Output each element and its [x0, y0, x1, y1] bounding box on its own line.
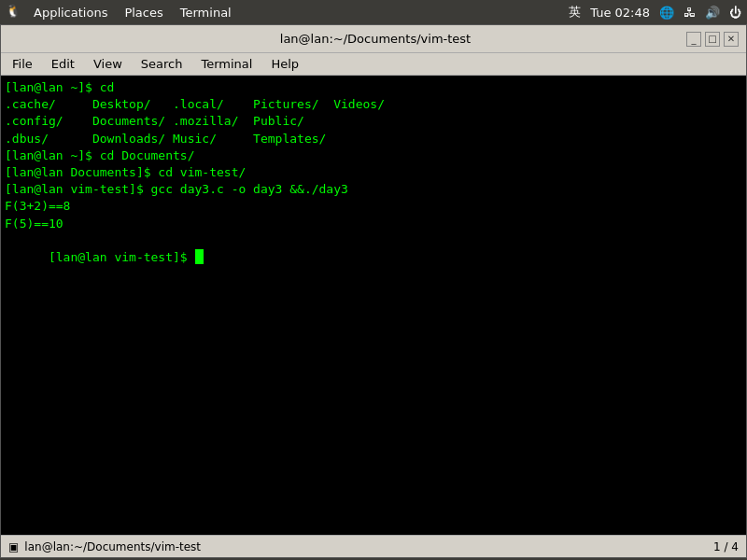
title-bar-buttons: _ □ ✕	[686, 32, 739, 47]
power-icon[interactable]: ⏻	[729, 6, 741, 20]
menu-view[interactable]: View	[86, 55, 130, 73]
clock: Tue 02:48	[590, 6, 650, 20]
status-bar-left: ▣ lan@lan:~/Documents/vim-test	[8, 540, 201, 553]
menu-terminal[interactable]: Terminal	[193, 55, 260, 73]
status-bar: ▣ lan@lan:~/Documents/vim-test 1 / 4	[1, 535, 746, 557]
term-line-9: [lan@lan vim-test]$	[5, 232, 742, 284]
close-button[interactable]: ✕	[724, 32, 739, 47]
menu-bar: File Edit View Search Terminal Help	[1, 53, 746, 76]
terminal-cursor	[195, 249, 204, 264]
volume-icon: 🔊	[705, 6, 720, 20]
menu-file[interactable]: File	[5, 55, 40, 73]
status-bar-pager: 1 / 4	[713, 540, 739, 553]
places-menu[interactable]: Places	[117, 4, 170, 21]
terminal-body[interactable]: [lan@lan ~]$ cd .cache/ Desktop/ .local/…	[1, 76, 746, 535]
system-bar-right: 英 Tue 02:48 🌐 🖧 🔊 ⏻	[569, 4, 741, 21]
system-bar-left: 🐧 Applications Places Terminal	[6, 4, 239, 21]
system-logo: 🐧	[6, 4, 22, 21]
term-line-2: .config/ Documents/ .mozilla/ Public/	[5, 113, 742, 130]
term-line-3: .dbus/ Downloads/ Music/ Templates/	[5, 131, 742, 147]
terminal-status-icon: ▣	[8, 540, 19, 553]
menu-edit[interactable]: Edit	[44, 55, 82, 73]
system-bar: 🐧 Applications Places Terminal 英 Tue 02:…	[0, 0, 747, 24]
term-line-8: F(5)==10	[5, 216, 742, 232]
term-line-5: [lan@lan Documents]$ cd vim-test/	[5, 164, 742, 181]
status-bar-label: lan@lan:~/Documents/vim-test	[24, 540, 201, 553]
connection-icon: 🖧	[684, 6, 696, 20]
term-line-7: F(3+2)==8	[5, 198, 742, 215]
term-line-6: [lan@lan vim-test]$ gcc day3.c -o day3 &…	[5, 181, 742, 198]
title-bar: lan@lan:~/Documents/vim-test _ □ ✕	[1, 25, 746, 53]
title-bar-title: lan@lan:~/Documents/vim-test	[280, 32, 471, 46]
input-method: 英	[569, 4, 581, 21]
minimize-button[interactable]: _	[686, 32, 701, 47]
term-line-0: [lan@lan ~]$ cd	[5, 79, 742, 96]
applications-menu[interactable]: Applications	[26, 4, 115, 21]
maximize-button[interactable]: □	[705, 32, 720, 47]
menu-help[interactable]: Help	[263, 55, 306, 73]
menu-search[interactable]: Search	[134, 55, 190, 73]
term-line-1: .cache/ Desktop/ .local/ Pictures/ Video…	[5, 96, 742, 113]
network-icon: 🌐	[659, 6, 674, 20]
terminal-menu[interactable]: Terminal	[173, 4, 239, 21]
term-line-4: [lan@lan ~]$ cd Documents/	[5, 147, 742, 164]
terminal-window: lan@lan:~/Documents/vim-test _ □ ✕ File …	[0, 24, 747, 558]
